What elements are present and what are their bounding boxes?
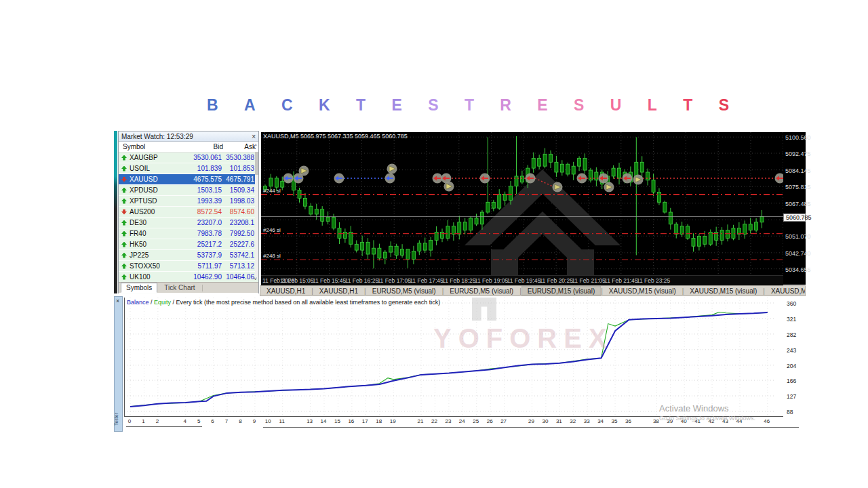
ask-value: 4675.791 xyxy=(222,176,254,183)
market-watch-row[interactable]: STOXX505711.975713.12 xyxy=(119,261,258,272)
report-y-tick: 360 xyxy=(787,300,796,307)
report-x-tick: 25 xyxy=(473,418,479,424)
arrow-up-icon xyxy=(121,220,127,226)
report-y-tick: 166 xyxy=(787,378,796,384)
title-letter: U xyxy=(610,96,622,115)
market-watch-row[interactable]: DE3023207.023208.1 xyxy=(119,218,258,228)
time-axis[interactable]: 11 Feb 202611 Feb 15:0511 Feb 15:4511 Fe… xyxy=(261,275,783,285)
time-tick-label: 11 Feb 21:05 xyxy=(572,277,605,284)
market-watch-row[interactable]: JP22553737.953742.1 xyxy=(119,250,258,261)
chart-tab[interactable]: EURUSD,M15 (visual) xyxy=(521,286,601,296)
ask-value: 3530.388 xyxy=(222,154,254,161)
symbol-name: XAUGBP xyxy=(130,154,181,161)
symbol-name: XPTUSD xyxy=(130,197,181,205)
report-x-tick: 38 xyxy=(653,418,659,424)
chart-tab[interactable]: EURUSD,M5 (visual) xyxy=(366,286,442,296)
close-icon[interactable]: × xyxy=(252,133,256,140)
pane-border xyxy=(126,426,202,427)
market-watch-row[interactable]: XPTUSD1993.391998.03 xyxy=(119,196,258,207)
ask-value: 25227.6 xyxy=(222,241,254,248)
price-tick-label: 5084.145 xyxy=(785,167,811,174)
report-x-tick: 34 xyxy=(597,418,604,424)
symbol-name: STOXX50 xyxy=(130,262,181,270)
report-x-tick: 5 xyxy=(197,418,200,424)
ask-value: 1998.03 xyxy=(222,197,254,205)
report-x-tick: 21 xyxy=(418,418,424,424)
ask-value: 23208.1 xyxy=(222,219,254,226)
arrow-up-icon xyxy=(121,253,127,258)
report-x-tick: 27 xyxy=(500,418,507,424)
chart-tab[interactable]: XAUUSD,H1 xyxy=(260,286,311,296)
activate-windows-watermark-line2: Go to Settings to activate Windows. xyxy=(659,415,755,422)
time-tick-label: 11 Feb 15:45 xyxy=(313,277,346,284)
market-watch-row[interactable]: USOIL101.839101.853 xyxy=(119,163,258,174)
report-y-tick: 88 xyxy=(787,409,793,415)
report-x-tick: 2 xyxy=(156,418,159,424)
window-edge-strip xyxy=(114,131,117,293)
market-watch-row[interactable]: AUS2008572.548574.60 xyxy=(119,207,258,218)
report-y-tick: 204 xyxy=(787,363,796,369)
market-watch-row[interactable]: HK5025217.225227.6 xyxy=(119,239,258,250)
title-letter: T xyxy=(683,96,692,115)
column-symbol[interactable]: Symbol xyxy=(119,143,182,150)
symbol-name: FR40 xyxy=(130,230,181,237)
title-letter: S xyxy=(428,96,438,115)
symbol-name: XAUUSD xyxy=(130,176,181,183)
market-watch-titlebar[interactable]: Market Watch: 12:53:29 × xyxy=(119,131,258,142)
price-tick-label: 5092.475 xyxy=(785,150,811,157)
market-watch-rows: XAUGBP3530.0613530.388USOIL101.839101.85… xyxy=(119,152,258,293)
title-letter: B xyxy=(207,96,218,115)
report-x-tick: 15 xyxy=(334,418,340,424)
arrow-up-icon xyxy=(121,264,127,269)
column-bid[interactable]: Bid xyxy=(182,143,223,150)
candle-chart-panel[interactable]: #244 sl#246 sl#248 sl XAUUSD,M5 5065.975… xyxy=(261,132,783,275)
scroll-up-icon[interactable]: ^ xyxy=(254,142,257,148)
report-x-tick: 29 xyxy=(528,418,534,424)
ask-value: 7992.50 xyxy=(222,230,254,237)
chart-ohlc-header: XAUUSD,M5 5065.975 5067.335 5059.465 506… xyxy=(263,133,408,140)
time-tick-label: 11 Feb 16:25 xyxy=(345,277,378,284)
symbol-name: USOIL xyxy=(130,165,181,172)
time-tick-label: 11 Feb 21:45 xyxy=(604,277,637,284)
market-watch-row[interactable]: XPDUSD1503.151509.34 xyxy=(119,185,258,196)
scroll-down-icon[interactable]: ˅ xyxy=(254,276,257,282)
chart-tab[interactable]: XAUUSD,H1 xyxy=(313,286,364,296)
scrollbar-thumb[interactable] xyxy=(255,152,258,175)
bid-value: 7983.78 xyxy=(181,230,222,237)
price-axis[interactable]: 5100.5605092.4755084.1455075.8155067.485… xyxy=(783,132,806,285)
title-letter: K xyxy=(319,96,330,115)
price-tick-label: 5075.815 xyxy=(785,184,811,190)
report-x-tick: 18 xyxy=(376,418,382,424)
title-letter: A xyxy=(244,96,256,115)
bid-value: 23207.0 xyxy=(181,219,222,226)
report-x-tick: 8 xyxy=(239,418,241,424)
ask-value: 1509.34 xyxy=(222,186,254,194)
tab-tick-chart[interactable]: Tick Chart xyxy=(157,285,202,291)
price-tick-label: 5067.485 xyxy=(785,201,811,207)
svg-text:#248 sl: #248 sl xyxy=(263,253,281,259)
chart-tab[interactable]: XAUUSD,M15 (visual) xyxy=(684,286,763,296)
chart-tab[interactable]: XAUUSD,M15 (visual) xyxy=(603,286,682,296)
chart-tab[interactable]: XAUUSD,M15 (visual) xyxy=(765,286,806,296)
report-x-tick: 24 xyxy=(459,418,465,424)
market-watch-row[interactable]: XAUUSD4675.5754675.791 xyxy=(119,174,258,185)
column-ask[interactable]: Ask xyxy=(223,143,256,150)
tab-symbols[interactable]: Symbols xyxy=(121,283,157,293)
market-watch-scrollbar[interactable] xyxy=(255,152,258,279)
report-y-tick: 321 xyxy=(787,316,796,323)
time-tick-label: 11 Feb 23:25 xyxy=(637,277,670,284)
market-watch-row[interactable]: UK10010462.9010464.06 xyxy=(119,272,258,283)
report-chart-panel[interactable]: YOFOREX Balance / Equity / Every tick (t… xyxy=(124,298,783,417)
toolbox-edge-strip[interactable]: × Tester xyxy=(114,296,123,432)
chart-tab[interactable]: EURUSD,M5 (visual) xyxy=(443,286,519,296)
chart-tab-bar: XAUUSD,H1|XAUUSD,H1|EURUSD,M5 (visual)|E… xyxy=(260,285,806,296)
market-watch-row[interactable]: FR407983.787992.50 xyxy=(119,228,258,239)
report-y-axis: 36032128224320416612788 xyxy=(785,298,806,420)
activate-windows-watermark: Activate Windows xyxy=(659,403,729,413)
bid-value: 10462.90 xyxy=(181,273,222,281)
market-watch-row[interactable]: XAUGBP3530.0613530.388 xyxy=(119,152,258,163)
desktop: BACKTESTRESULTS Market Watch: 12:53:29 ×… xyxy=(0,0,868,488)
ask-value: 8574.60 xyxy=(222,208,254,216)
legend-equity: Equity xyxy=(154,299,171,306)
close-icon[interactable]: × xyxy=(116,298,119,304)
